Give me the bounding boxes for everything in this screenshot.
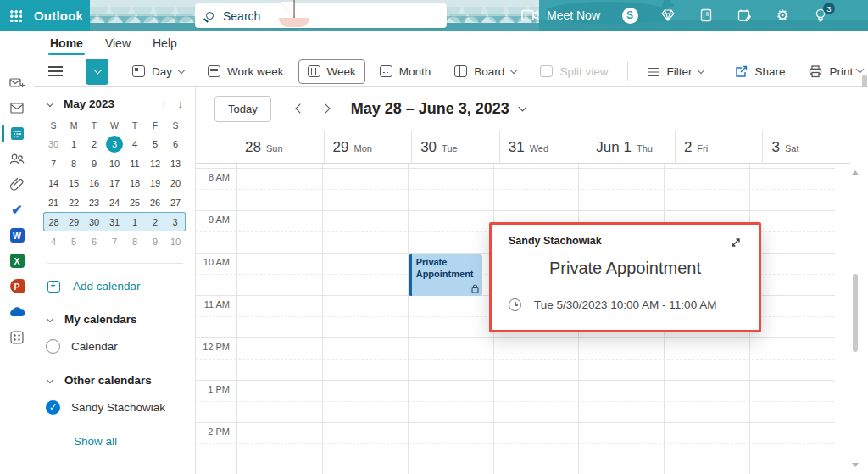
- mini-calendar-day[interactable]: 21: [43, 192, 64, 212]
- day-column[interactable]: [236, 164, 322, 474]
- mini-calendar-day[interactable]: 23: [84, 192, 104, 212]
- day-header[interactable]: 28 Sun: [236, 130, 324, 163]
- mini-calendar-title[interactable]: May 2023: [64, 98, 161, 110]
- calendar-list-item[interactable]: Calendar: [46, 339, 195, 354]
- mini-calendar-day[interactable]: 1: [64, 134, 84, 153]
- mini-calendar-day[interactable]: 2: [145, 212, 165, 231]
- shared-calendar-item[interactable]: ✓ Sandy Stachowiak: [46, 400, 195, 415]
- scroll-thumb[interactable]: [853, 274, 858, 352]
- tasks-icon[interactable]: [736, 7, 753, 24]
- day-header[interactable]: 3 Sat: [762, 130, 850, 163]
- calendar-checkbox-checked[interactable]: ✓: [46, 400, 60, 415]
- mini-calendar-day[interactable]: 6: [84, 231, 104, 251]
- mini-calendar-day[interactable]: 22: [64, 192, 84, 212]
- mini-calendar-day[interactable]: 30: [43, 134, 64, 153]
- mini-calendar-day[interactable]: 12: [145, 153, 165, 173]
- meet-now-button[interactable]: Meet Now: [521, 8, 600, 22]
- mini-calendar-day[interactable]: 27: [165, 192, 186, 212]
- next-week-chevron[interactable]: [320, 103, 330, 113]
- new-event-dropdown[interactable]: [86, 59, 108, 85]
- search-bar[interactable]: [195, 3, 447, 28]
- calendar-checkbox-unchecked[interactable]: [46, 339, 60, 354]
- mini-calendar-day[interactable]: 2: [84, 134, 104, 153]
- mini-calendar-day[interactable]: 18: [125, 173, 145, 192]
- view-button[interactable]: Month: [370, 59, 441, 84]
- tips-bulb-icon[interactable]: 3: [812, 7, 829, 24]
- mini-calendar-day[interactable]: 30: [84, 212, 104, 231]
- chevron-down-icon[interactable]: [47, 99, 53, 106]
- mini-calendar-day[interactable]: 14: [43, 173, 64, 192]
- view-button[interactable]: Work week: [198, 59, 293, 84]
- mini-calendar-day[interactable]: 15: [64, 173, 84, 192]
- add-calendar-button[interactable]: Add calendar: [47, 280, 195, 293]
- app-launcher-icon[interactable]: [9, 9, 22, 22]
- mini-calendar-day[interactable]: 1: [125, 212, 145, 231]
- my-calendars-section[interactable]: My calendars: [47, 313, 195, 326]
- prev-month-arrow[interactable]: ↑: [161, 98, 167, 110]
- view-button[interactable]: Week: [298, 59, 365, 84]
- mini-calendar-day[interactable]: 31: [104, 212, 125, 231]
- mini-calendar-day[interactable]: 26: [145, 192, 165, 212]
- mini-calendar-day[interactable]: 3: [165, 212, 186, 231]
- mini-calendar-day[interactable]: 10: [165, 231, 186, 251]
- todo-icon[interactable]: ✔: [0, 203, 34, 217]
- day-header[interactable]: Jun 1 Thu: [587, 130, 675, 163]
- mini-calendar-day[interactable]: 11: [125, 153, 145, 173]
- notes-icon[interactable]: [698, 7, 715, 24]
- skype-icon[interactable]: S: [621, 7, 638, 24]
- premium-gem-icon[interactable]: [659, 7, 676, 24]
- mini-calendar-day[interactable]: 5: [145, 134, 165, 153]
- mail-icon[interactable]: [0, 101, 34, 115]
- mini-calendar-day[interactable]: 3: [104, 134, 125, 153]
- mini-calendar-day[interactable]: 7: [43, 153, 64, 173]
- day-header[interactable]: 2 Fri: [675, 130, 763, 163]
- mini-calendar-day[interactable]: 8: [64, 153, 84, 173]
- people-icon[interactable]: [0, 152, 34, 166]
- more-apps-icon[interactable]: [0, 330, 34, 344]
- mini-calendar-day[interactable]: 4: [43, 231, 64, 251]
- day-header[interactable]: 30 Tue: [411, 130, 499, 163]
- prev-week-chevron[interactable]: [295, 103, 304, 113]
- word-icon[interactable]: W: [0, 228, 34, 243]
- mini-calendar-day[interactable]: 29: [64, 212, 84, 231]
- day-column[interactable]: [408, 164, 493, 474]
- calendar-nav-icon[interactable]: [0, 126, 34, 141]
- mini-calendar-day[interactable]: 5: [64, 231, 84, 251]
- other-calendars-section[interactable]: Other calendars: [47, 374, 195, 387]
- mini-calendar-day[interactable]: 4: [125, 134, 145, 153]
- mini-calendar-day[interactable]: 7: [104, 231, 125, 251]
- filter-button[interactable]: Filter: [638, 59, 713, 84]
- view-button[interactable]: Day: [123, 59, 193, 84]
- mini-calendar-day[interactable]: 28: [43, 212, 64, 231]
- mini-calendar-day[interactable]: 25: [125, 192, 145, 212]
- ribbon-tab[interactable]: Help: [151, 33, 179, 53]
- day-column[interactable]: [322, 164, 408, 474]
- print-button[interactable]: Print: [799, 59, 862, 84]
- expand-icon[interactable]: [730, 237, 742, 248]
- new-mail-icon[interactable]: [0, 75, 34, 90]
- show-all-link[interactable]: Show all: [74, 435, 195, 448]
- search-input[interactable]: [223, 9, 409, 23]
- day-column[interactable]: [749, 164, 835, 474]
- settings-gear-icon[interactable]: ⚙: [774, 7, 791, 24]
- today-button[interactable]: Today: [214, 96, 271, 122]
- mini-calendar-day[interactable]: 16: [84, 173, 104, 192]
- attachments-icon[interactable]: [0, 177, 34, 192]
- scroll-down-arrow[interactable]: [852, 463, 859, 467]
- next-month-arrow[interactable]: ↓: [178, 98, 184, 110]
- hamburger-menu-icon[interactable]: [48, 66, 63, 76]
- event-private-appointment[interactable]: Private Appointment: [409, 254, 482, 296]
- day-header[interactable]: 29 Mon: [324, 130, 412, 163]
- grid-scrollbar[interactable]: [851, 165, 860, 472]
- mini-calendar-day[interactable]: 24: [104, 192, 125, 212]
- mini-calendar-day[interactable]: 20: [165, 173, 186, 192]
- date-range-selector[interactable]: May 28 – June 3, 2023: [351, 100, 526, 118]
- view-button[interactable]: Split view: [531, 59, 617, 84]
- mini-calendar-day[interactable]: 19: [145, 173, 165, 192]
- excel-icon[interactable]: X: [0, 254, 34, 268]
- new-event-button[interactable]: New event: [86, 59, 108, 85]
- mini-calendar-day[interactable]: 9: [84, 153, 104, 173]
- mini-calendar-day[interactable]: 17: [104, 173, 125, 192]
- onedrive-icon[interactable]: [0, 304, 34, 319]
- day-header[interactable]: 31 Wed: [499, 130, 587, 163]
